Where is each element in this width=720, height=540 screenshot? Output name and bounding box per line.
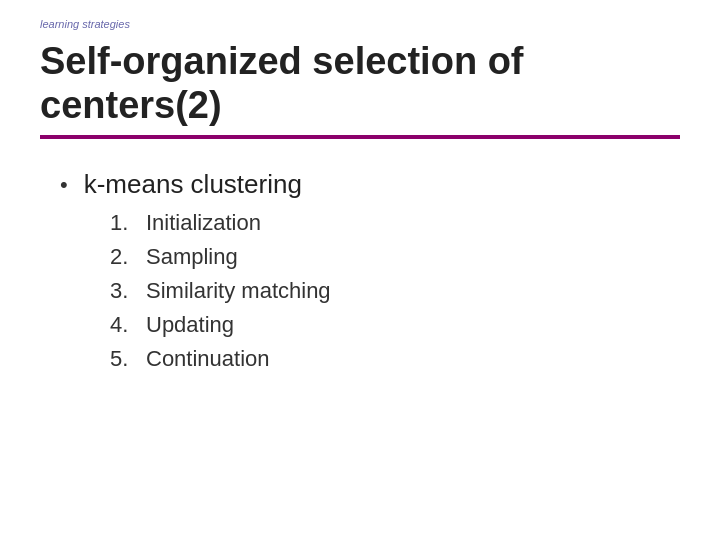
bullet-section: • k-means clustering InitializationSampl… — [40, 169, 680, 372]
list-item: Updating — [110, 312, 680, 338]
list-item: Similarity matching — [110, 278, 680, 304]
list-item: Sampling — [110, 244, 680, 270]
bullet-dot: • — [60, 171, 68, 200]
list-item: Initialization — [110, 210, 680, 236]
list-item: Continuation — [110, 346, 680, 372]
numbered-list: InitializationSamplingSimilarity matchin… — [60, 210, 680, 372]
bullet-item: • k-means clustering — [60, 169, 680, 200]
bullet-label: k-means clustering — [84, 169, 302, 200]
title-divider — [40, 135, 680, 139]
steps-list: InitializationSamplingSimilarity matchin… — [110, 210, 680, 372]
page-title: Self-organized selection of centers(2) — [40, 40, 680, 127]
slide: learning strategies Self-organized selec… — [0, 0, 720, 540]
branding-label: learning strategies — [40, 18, 680, 30]
